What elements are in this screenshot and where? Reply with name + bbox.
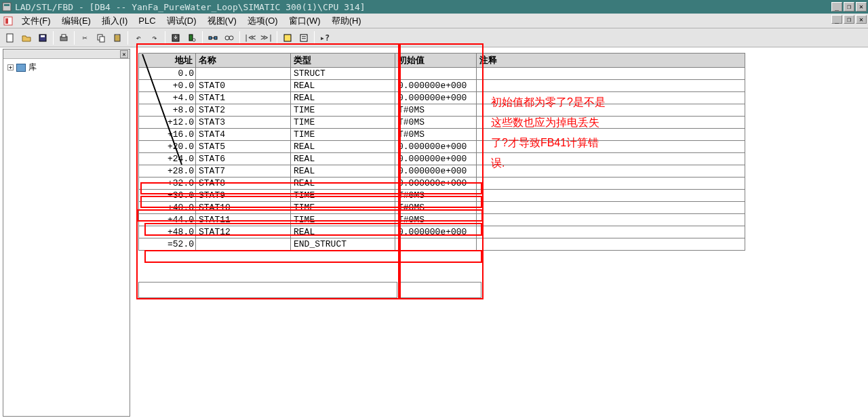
cell-comment[interactable] [477,80,745,92]
cell-addr[interactable]: +32.0 [139,177,196,190]
table-row[interactable]: +36.0STAT9TIMET#0MS [139,190,745,202]
cell-name[interactable]: STAT12 [196,226,291,238]
table-row[interactable]: =52.0END_STRUCT [139,238,745,251]
table-row[interactable]: +20.0STAT5REAL0.000000e+000 [139,141,745,153]
cell-name[interactable]: STAT1 [196,92,291,104]
table-row[interactable]: +40.0STAT10TIMET#0MS [139,202,745,214]
cell-init[interactable]: 0.000000e+000 [395,92,477,104]
download-icon[interactable] [168,30,183,45]
cell-addr[interactable]: +4.0 [139,92,196,104]
cell-addr[interactable]: +40.0 [139,202,196,214]
cell-type[interactable]: TIME [291,129,395,141]
table-row[interactable]: +0.0STAT0REAL0.000000e+000 [139,80,745,92]
paste-icon[interactable] [110,30,125,45]
cell-type[interactable]: STRUCT [291,68,395,80]
table-row[interactable]: +32.0STAT8REAL0.000000e+000 [139,177,745,190]
cell-type[interactable]: TIME [291,190,395,202]
table-row[interactable]: +16.0STAT4TIMET#0MS [139,129,745,141]
cell-init[interactable]: 0.000000e+000 [395,80,477,92]
menu-plc[interactable]: PLC [133,14,161,27]
cell-name[interactable]: STAT3 [196,117,291,129]
tree-expander-icon[interactable]: + [7,64,14,70]
cell-init[interactable]: 0.000000e+000 [395,226,477,238]
details-icon[interactable] [296,30,311,45]
cell-type[interactable]: REAL [291,153,395,165]
monitor-icon[interactable] [184,30,199,45]
cell-name[interactable]: STAT8 [196,177,291,190]
cell-type[interactable]: REAL [291,141,395,153]
cell-comment[interactable] [477,202,745,214]
table-row[interactable]: +24.0STAT6REAL0.000000e+000 [139,153,745,165]
cell-addr[interactable]: +0.0 [139,80,196,92]
cell-init[interactable]: T#0MS [395,190,477,202]
nav-last-icon[interactable]: ≫| [259,30,274,45]
cell-init[interactable]: 0.000000e+000 [395,177,477,190]
tree-close-icon[interactable]: ✕ [120,50,128,58]
mdi-minimize-button[interactable]: _ [831,15,842,24]
cell-type[interactable]: REAL [291,165,395,177]
table-row[interactable]: +12.0STAT3TIMET#0MS [139,117,745,129]
minimize-button[interactable]: _ [831,2,842,12]
open-icon[interactable] [19,30,34,45]
cell-name[interactable]: STAT6 [196,153,291,165]
cell-addr[interactable]: +16.0 [139,129,196,141]
tree-root[interactable]: + 库 [3,59,130,76]
menu-debug[interactable]: 调试(D) [161,14,202,28]
cell-addr[interactable]: +20.0 [139,141,196,153]
cell-init[interactable]: 0.000000e+000 [395,153,477,165]
cell-init[interactable]: T#0MS [395,214,477,226]
cell-addr[interactable]: +44.0 [139,214,196,226]
cell-init[interactable] [395,68,477,80]
cell-type[interactable]: REAL [291,177,395,190]
cell-init[interactable]: 0.000000e+000 [395,141,477,153]
cell-comment[interactable] [477,92,745,104]
cell-init[interactable]: T#0MS [395,129,477,141]
cell-type[interactable]: TIME [291,202,395,214]
restore-button[interactable]: ❐ [844,2,854,12]
cell-name[interactable]: STAT4 [196,129,291,141]
menu-view[interactable]: 视图(V) [202,14,242,28]
overview-icon[interactable] [280,30,295,45]
cell-addr[interactable]: +8.0 [139,104,196,117]
redo-icon[interactable]: ↷ [147,30,162,45]
cell-type[interactable]: REAL [291,92,395,104]
undo-icon[interactable]: ↶ [131,30,146,45]
header-name[interactable]: 名称 [196,54,291,68]
copy-icon[interactable] [94,30,108,45]
menu-edit[interactable]: 编辑(E) [56,14,96,28]
cell-init[interactable] [395,238,477,251]
glasses-icon[interactable] [222,30,237,45]
cell-comment[interactable] [477,129,745,141]
cell-comment[interactable] [477,165,745,177]
cell-addr[interactable]: +24.0 [139,153,196,165]
table-row[interactable]: +8.0STAT2TIMET#0MS [139,104,745,117]
mdi-restore-button[interactable]: ❐ [844,15,854,24]
cell-comment[interactable] [477,141,745,153]
cell-name[interactable]: STAT0 [196,80,291,92]
menu-help[interactable]: 帮助(H) [326,14,367,28]
cell-name[interactable]: STAT5 [196,141,291,153]
cell-addr[interactable]: =52.0 [139,238,196,251]
print-icon[interactable] [56,30,71,45]
cell-comment[interactable] [477,226,745,238]
cell-name[interactable]: STAT11 [196,214,291,226]
network-icon[interactable] [205,30,220,45]
close-button[interactable]: ✕ [856,2,867,12]
header-comment[interactable]: 注释 [477,54,745,68]
cell-addr[interactable]: +28.0 [139,165,196,177]
cell-addr[interactable]: 0.0 [139,68,196,80]
cell-type[interactable]: REAL [291,226,395,238]
tree-panel[interactable]: ✕ + 库 [3,49,130,417]
menu-window[interactable]: 窗口(W) [283,14,326,28]
context-help-icon[interactable]: ▸? [317,30,332,45]
header-addr[interactable]: 地址 [139,54,196,68]
cut-icon[interactable]: ✂ [77,30,92,45]
cell-name[interactable]: STAT2 [196,104,291,117]
nav-first-icon[interactable]: |≪ [243,30,258,45]
save-icon[interactable] [35,30,50,45]
cell-addr[interactable]: +48.0 [139,226,196,238]
cell-comment[interactable] [477,190,745,202]
cell-name[interactable]: STAT9 [196,190,291,202]
cell-init[interactable]: 0.000000e+000 [395,165,477,177]
db-table[interactable]: 地址 名称 类型 初始值 注释 0.0STRUCT+0.0STAT0REAL0.… [138,53,745,251]
